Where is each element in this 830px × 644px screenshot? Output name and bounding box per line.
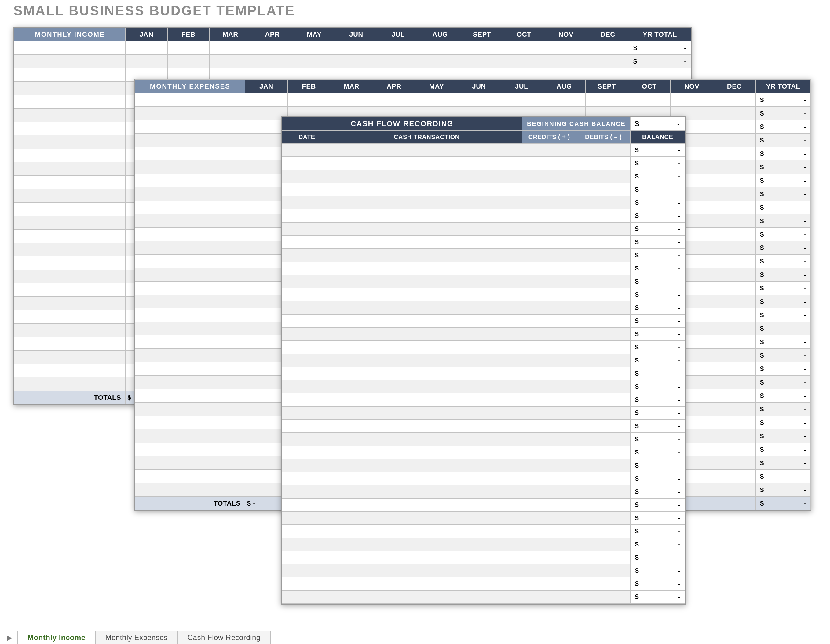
cell[interactable] (576, 236, 630, 249)
cell[interactable] (330, 93, 373, 107)
cell[interactable] (331, 196, 522, 209)
cell[interactable] (331, 354, 522, 367)
cell[interactable] (522, 420, 577, 433)
cell[interactable] (135, 241, 245, 255)
cell[interactable] (331, 314, 522, 328)
cell[interactable] (331, 525, 522, 538)
cell[interactable] (331, 485, 522, 498)
money-cell[interactable]: $- (756, 295, 811, 308)
cell[interactable] (576, 275, 630, 288)
cell[interactable] (135, 456, 245, 470)
cell[interactable] (282, 564, 331, 577)
cell[interactable] (282, 157, 331, 170)
cell[interactable] (670, 93, 713, 107)
cell[interactable] (135, 174, 245, 187)
cell[interactable] (331, 288, 522, 301)
cell[interactable] (713, 416, 756, 430)
cell[interactable] (522, 564, 577, 577)
tab-nav-prev[interactable]: ▶ (2, 632, 18, 644)
cell[interactable] (576, 564, 630, 577)
cell[interactable] (331, 222, 522, 236)
cell[interactable] (135, 133, 245, 147)
cell[interactable] (576, 538, 630, 551)
cell[interactable] (135, 120, 245, 133)
cell[interactable] (282, 446, 331, 459)
cell[interactable] (545, 41, 587, 55)
money-cell[interactable]: $- (630, 341, 685, 354)
cell[interactable] (282, 328, 331, 341)
cell[interactable] (576, 222, 630, 236)
cell[interactable] (282, 275, 331, 288)
cell[interactable] (14, 243, 125, 257)
money-cell[interactable]: $- (756, 470, 811, 483)
money-cell[interactable]: $- (630, 538, 685, 551)
cell[interactable] (282, 380, 331, 393)
cell[interactable] (135, 93, 245, 107)
cell[interactable] (282, 498, 331, 512)
cell[interactable] (522, 472, 577, 485)
cell[interactable] (331, 590, 522, 604)
cell[interactable] (522, 433, 577, 446)
cell[interactable] (282, 144, 331, 157)
money-cell[interactable]: $- (630, 301, 685, 314)
money-cell[interactable]: $- (756, 228, 811, 241)
cell[interactable] (576, 485, 630, 498)
cell[interactable] (576, 433, 630, 446)
cell[interactable] (713, 430, 756, 443)
money-cell[interactable]: $- (630, 288, 685, 301)
cell[interactable] (713, 295, 756, 308)
cell[interactable] (135, 416, 245, 430)
cell[interactable] (135, 376, 245, 389)
cell[interactable] (713, 362, 756, 376)
cell[interactable] (282, 236, 331, 249)
cell[interactable] (576, 183, 630, 196)
cell[interactable] (282, 577, 331, 590)
cell[interactable] (14, 364, 125, 378)
cell[interactable] (282, 406, 331, 420)
cell[interactable] (576, 367, 630, 380)
cell[interactable] (331, 328, 522, 341)
money-cell[interactable]: $- (630, 577, 685, 590)
cell[interactable] (522, 275, 577, 288)
cell[interactable] (713, 187, 756, 201)
cell[interactable] (331, 420, 522, 433)
money-cell[interactable]: $- (630, 512, 685, 525)
money-cell[interactable]: $- (630, 459, 685, 472)
cell[interactable] (522, 222, 577, 236)
money-cell[interactable]: $- (630, 354, 685, 367)
cell[interactable] (135, 483, 245, 496)
money-cell[interactable]: $- (630, 367, 685, 380)
cell[interactable] (282, 314, 331, 328)
cell[interactable] (331, 538, 522, 551)
cell[interactable] (331, 393, 522, 406)
cell[interactable] (335, 41, 377, 55)
cell[interactable] (713, 174, 756, 187)
cell[interactable] (576, 446, 630, 459)
cell[interactable] (331, 367, 522, 380)
money-cell[interactable]: $- (756, 430, 811, 443)
cell[interactable] (331, 275, 522, 288)
cell[interactable] (331, 551, 522, 564)
money-cell[interactable]: $- (756, 120, 811, 133)
cell[interactable] (713, 308, 756, 322)
money-cell[interactable]: $- (756, 443, 811, 456)
cell[interactable] (576, 393, 630, 406)
money-cell[interactable]: $- (756, 362, 811, 376)
cell[interactable] (713, 456, 756, 470)
cell[interactable] (245, 93, 287, 107)
cell[interactable] (135, 201, 245, 214)
cell[interactable] (282, 512, 331, 525)
cell[interactable] (522, 196, 577, 209)
cell[interactable] (14, 324, 125, 337)
cell[interactable] (576, 380, 630, 393)
cell[interactable] (713, 483, 756, 496)
cell[interactable] (522, 525, 577, 538)
money-cell[interactable]: $- (630, 472, 685, 485)
cell[interactable] (14, 189, 125, 203)
cell[interactable] (713, 281, 756, 295)
money-cell[interactable]: $- (630, 209, 685, 222)
cell[interactable] (522, 498, 577, 512)
cell[interactable] (14, 310, 125, 324)
tab-monthly-expenses[interactable]: Monthly Expenses (95, 631, 178, 644)
cell[interactable] (135, 281, 245, 295)
